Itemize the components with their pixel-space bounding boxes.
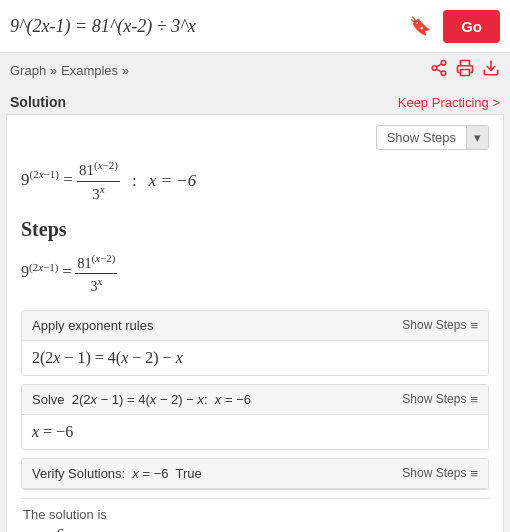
print-icon[interactable] [456, 59, 474, 82]
input-bar: 🔖 Go [0, 0, 510, 53]
show-steps-control[interactable]: Show Steps ▾ [376, 125, 489, 150]
step-1-header-text: Apply exponent rules [32, 318, 153, 333]
keep-practicing-link[interactable]: Keep Practicing > [398, 95, 500, 110]
colon-separator: : [132, 171, 137, 191]
step-3-show-steps[interactable]: Show Steps ≡ [402, 466, 478, 481]
show-steps-bar: Show Steps ▾ [21, 125, 489, 150]
step-3-steps-icon: ≡ [470, 466, 478, 481]
result-answer: x = −6 [149, 171, 197, 191]
step-1-show-steps-label[interactable]: Show Steps [402, 318, 466, 332]
svg-line-4 [436, 64, 441, 67]
solution-header: Solution Keep Practicing > [0, 88, 510, 114]
svg-rect-5 [461, 70, 470, 76]
solution-label: Solution [10, 94, 66, 110]
breadcrumb-bar: Graph » Examples » [0, 53, 510, 88]
step-2-header-text: Solve 2(2x − 1) = 4(x − 2) − x: x = −6 [32, 392, 251, 407]
solution-box: Show Steps ▾ 9(2x−1) = 81(x−2) 3x : x = … [6, 114, 504, 532]
step-2-show-steps-label[interactable]: Show Steps [402, 392, 466, 406]
step-3-block: Verify Solutions: x = −6 True Show Steps… [21, 458, 489, 490]
steps-initial-equation: 9(2x−1) = 81(x−2) 3x [21, 251, 489, 296]
svg-line-3 [436, 69, 441, 72]
step-3-show-steps-label[interactable]: Show Steps [402, 466, 466, 480]
step-2-body: x = −6 [22, 415, 488, 449]
step-1-block: Apply exponent rules Show Steps ≡ 2(2x −… [21, 310, 489, 376]
step-2-header: Solve 2(2x − 1) = 4(x − 2) − x: x = −6 S… [22, 385, 488, 415]
steps-title: Steps [21, 218, 489, 241]
step-3-header: Verify Solutions: x = −6 True Show Steps… [22, 459, 488, 489]
step-2-show-steps[interactable]: Show Steps ≡ [402, 392, 478, 407]
share-icon[interactable] [430, 59, 448, 82]
go-button[interactable]: Go [443, 10, 500, 43]
step-1-body: 2(2x − 1) = 4(x − 2) − x [22, 341, 488, 375]
step-2-block: Solve 2(2x − 1) = 4(x − 2) − x: x = −6 S… [21, 384, 489, 450]
equation-input[interactable] [10, 8, 397, 44]
breadcrumb-examples[interactable]: Examples » [61, 63, 129, 78]
download-icon[interactable] [482, 59, 500, 82]
math-result: 9(2x−1) = 81(x−2) 3x : x = −6 [21, 158, 489, 204]
step-2-steps-icon: ≡ [470, 392, 478, 407]
show-steps-label[interactable]: Show Steps [377, 126, 466, 149]
the-solution-label: The solution is [21, 507, 489, 522]
step-3-header-text: Verify Solutions: x = −6 True [32, 466, 202, 481]
step-1-header: Apply exponent rules Show Steps ≡ [22, 311, 488, 341]
step-1-show-steps[interactable]: Show Steps ≡ [402, 318, 478, 333]
share-icons [430, 59, 500, 82]
breadcrumb: Graph » Examples » [10, 63, 129, 78]
step-1-steps-icon: ≡ [470, 318, 478, 333]
breadcrumb-graph[interactable]: Graph » [10, 63, 57, 78]
result-lhs: 9(2x−1) = 81(x−2) 3x [21, 158, 120, 204]
the-solution-value: x = −6 [21, 526, 489, 532]
solution-divider [21, 498, 489, 499]
bookmark-icon[interactable]: 🔖 [405, 11, 435, 41]
show-steps-arrow[interactable]: ▾ [466, 126, 488, 149]
